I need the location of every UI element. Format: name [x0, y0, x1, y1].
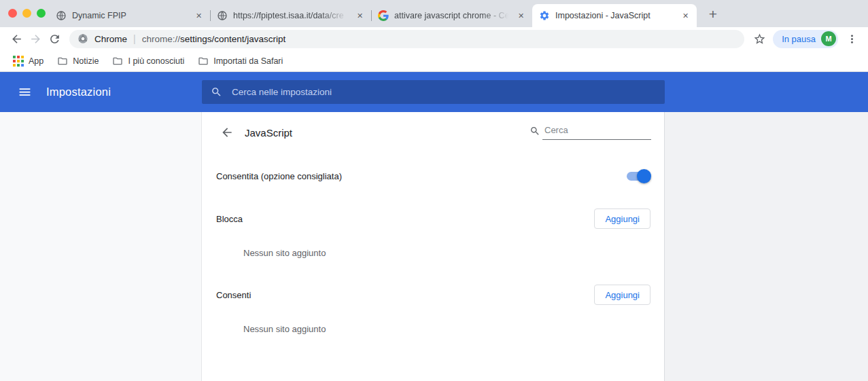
allow-empty-state: Nessun sito aggiunto [243, 319, 650, 339]
bookmark-star-icon[interactable] [750, 29, 769, 48]
tab-close-icon[interactable]: ✕ [354, 10, 366, 22]
chrome-logo-icon [77, 33, 88, 44]
tab-dynamic-fpip[interactable]: Dynamic FPIP ✕ [49, 4, 210, 27]
allow-section-title: Consenti [216, 290, 251, 300]
toggle-knob [637, 169, 651, 183]
browser-menu-kebab-icon[interactable] [842, 29, 861, 48]
search-icon [530, 126, 540, 137]
bookmark-label: Importati da Safari [213, 56, 283, 66]
javascript-allowed-row: Consentita (opzione consigliata) [216, 166, 650, 185]
bookmark-apps[interactable]: App [7, 53, 50, 69]
folder-icon [112, 56, 123, 67]
tab-impostazioni-javascript[interactable]: Impostazioni - JavaScript ✕ [532, 4, 697, 27]
back-button[interactable] [7, 29, 26, 48]
block-section-title: Blocca [216, 214, 243, 224]
tab-close-icon[interactable]: ✕ [515, 10, 527, 22]
site-search-placeholder: Cerca [542, 125, 651, 140]
settings-title: Impostazioni [46, 86, 111, 98]
navigation-toolbar: Chrome | chrome://settings/content/javas… [0, 27, 868, 50]
tab-title: https://fpiptest.isaa.it/data/cre [233, 11, 350, 20]
background-panel [665, 112, 868, 381]
tab-title: attivare javascript chrome - Ce [394, 11, 511, 20]
settings-gear-icon [539, 10, 550, 21]
globe-icon [217, 10, 228, 21]
apps-grid-icon [13, 56, 24, 67]
menu-hamburger-icon[interactable] [12, 80, 37, 105]
tab-title: Impostazioni - JavaScript [555, 11, 676, 20]
forward-button[interactable] [26, 29, 45, 48]
site-search-field[interactable]: Cerca [530, 125, 651, 140]
back-arrow-icon[interactable] [220, 125, 235, 140]
close-window-icon[interactable] [8, 9, 17, 18]
new-tab-button[interactable]: + [704, 5, 723, 24]
url-text: chrome://settings/content/javascript [142, 34, 286, 44]
tabs-container: Dynamic FPIP ✕ https://fpiptest.isaa.it/… [49, 0, 697, 27]
google-g-icon [378, 10, 389, 21]
globe-icon [56, 10, 67, 21]
settings-header: Impostazioni Cerca nelle impostazioni [0, 72, 868, 112]
block-section-header: Blocca Aggiungi [216, 208, 650, 229]
settings-nav-panel [0, 112, 202, 381]
browser-window: Dynamic FPIP ✕ https://fpiptest.isaa.it/… [0, 0, 868, 381]
folder-icon [57, 56, 68, 67]
bookmark-label: App [29, 56, 44, 66]
folder-icon [198, 56, 209, 67]
allow-section-header: Consenti Aggiungi [216, 285, 650, 305]
page-title: JavaScript [245, 127, 292, 139]
javascript-allowed-toggle[interactable] [627, 172, 649, 181]
bookmarks-bar: App Notizie I più conosciuti Importati d… [0, 50, 868, 72]
url-separator: | [133, 33, 136, 44]
block-empty-state: Nessun sito aggiunto [243, 242, 650, 263]
url-path: settings/content/javascript [180, 34, 285, 44]
sync-paused-badge[interactable]: In pausa M [773, 30, 838, 48]
macos-traffic-lights [8, 9, 46, 18]
sync-paused-label: In pausa [782, 34, 816, 44]
toggle-label: Consentita (opzione consigliata) [216, 171, 342, 181]
minimize-window-icon[interactable] [22, 9, 31, 18]
search-icon [211, 86, 222, 98]
url-scheme: chrome:// [142, 34, 180, 44]
add-allow-site-button[interactable]: Aggiungi [594, 285, 650, 305]
bookmark-label: Notizie [73, 56, 99, 66]
tab-close-icon[interactable]: ✕ [193, 10, 205, 22]
settings-body: JavaScript Cerca Consentita (opzione con… [0, 112, 868, 381]
site-label: Chrome [94, 34, 127, 44]
tab-strip: Dynamic FPIP ✕ https://fpiptest.isaa.it/… [0, 0, 868, 27]
tab-title: Dynamic FPIP [72, 11, 189, 20]
card-header: JavaScript Cerca [202, 112, 664, 142]
add-block-site-button[interactable]: Aggiungi [594, 208, 650, 229]
tab-fpiptest[interactable]: https://fpiptest.isaa.it/data/cre ✕ [210, 4, 371, 27]
tab-google-search[interactable]: attivare javascript chrome - Ce ✕ [371, 4, 532, 27]
bookmark-label: I più conosciuti [128, 56, 184, 66]
settings-search-input[interactable]: Cerca nelle impostazioni [202, 80, 665, 104]
maximize-window-icon[interactable] [37, 9, 46, 18]
bookmark-folder-importati-da-safari[interactable]: Importati da Safari [192, 53, 289, 69]
reload-button[interactable] [45, 29, 64, 48]
tab-close-icon[interactable]: ✕ [680, 10, 691, 22]
bookmark-folder-notizie[interactable]: Notizie [51, 53, 105, 69]
bookmark-folder-piu-conosciuti[interactable]: I più conosciuti [106, 53, 190, 69]
settings-search-placeholder: Cerca nelle impostazioni [232, 87, 332, 97]
address-bar[interactable]: Chrome | chrome://settings/content/javas… [69, 30, 744, 48]
profile-avatar[interactable]: M [821, 31, 836, 46]
javascript-settings-card: JavaScript Cerca Consentita (opzione con… [202, 112, 665, 381]
